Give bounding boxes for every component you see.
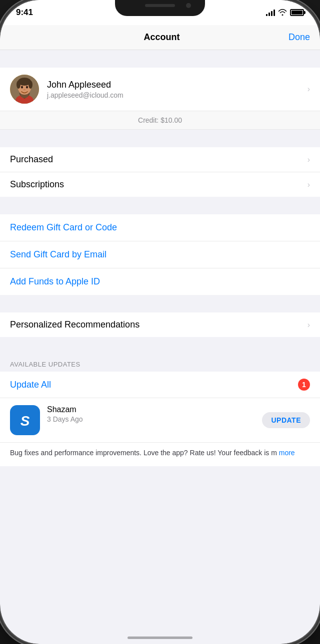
updates-section: Update All 1 S Shazam 3 Days Ago bbox=[0, 372, 320, 466]
app-update-row: S Shazam 3 Days Ago UPDATE bbox=[0, 398, 320, 443]
app-name: Shazam bbox=[47, 405, 262, 414]
avatar bbox=[10, 75, 39, 104]
send-gift-card-item[interactable]: Send Gift Card by Email bbox=[0, 241, 320, 268]
phone-screen: 9:41 bbox=[0, 0, 320, 644]
notch-speaker bbox=[145, 4, 175, 7]
nav-title: Account bbox=[35, 32, 288, 43]
app-description-row: Bug fixes and performance improvements. … bbox=[0, 443, 320, 466]
subscriptions-chevron-icon: › bbox=[308, 180, 310, 189]
done-button[interactable]: Done bbox=[288, 32, 310, 43]
user-info: John Appleseed j.appleseed@icloud.com bbox=[47, 80, 308, 99]
section-gap-1 bbox=[0, 50, 320, 68]
add-funds-label: Add Funds to Apple ID bbox=[10, 276, 100, 287]
app-info: Shazam 3 Days Ago bbox=[47, 405, 262, 423]
user-profile-row[interactable]: John Appleseed j.appleseed@icloud.com › bbox=[0, 68, 320, 111]
signal-bar-1 bbox=[266, 14, 268, 16]
user-name: John Appleseed bbox=[47, 80, 308, 90]
personalized-rec-label: Personalized Recommendations bbox=[10, 319, 308, 330]
phone-frame: 9:41 bbox=[0, 0, 320, 644]
personalized-rec-chevron-icon: › bbox=[308, 320, 310, 330]
update-button[interactable]: UPDATE bbox=[262, 412, 310, 428]
menu-section: Purchased › Subscriptions › bbox=[0, 147, 320, 197]
svg-point-9 bbox=[24, 89, 26, 91]
home-indicator bbox=[128, 636, 192, 639]
user-row-chevron-icon: › bbox=[308, 85, 310, 94]
signal-bar-4 bbox=[274, 10, 275, 16]
notch-camera bbox=[186, 3, 191, 8]
purchased-item[interactable]: Purchased › bbox=[0, 147, 320, 172]
signal-bar-2 bbox=[268, 13, 270, 16]
battery-icon bbox=[290, 9, 304, 16]
subscriptions-label: Subscriptions bbox=[10, 179, 308, 190]
update-all-row: Update All 1 bbox=[0, 372, 320, 398]
updates-badge: 1 bbox=[298, 379, 310, 391]
updates-header-label: AVAILABLE UPDATES bbox=[10, 361, 80, 368]
purchased-chevron-icon: › bbox=[308, 155, 310, 164]
blue-actions-section: Redeem Gift Card or Code Send Gift Card … bbox=[0, 214, 320, 295]
wifi-icon bbox=[278, 9, 287, 17]
svg-point-5 bbox=[16, 81, 20, 89]
subscriptions-item[interactable]: Subscriptions › bbox=[0, 172, 320, 197]
battery-fill bbox=[292, 11, 302, 15]
more-link[interactable]: more bbox=[279, 449, 295, 457]
section-gap-4 bbox=[0, 295, 320, 312]
credit-row: Credit: $10.00 bbox=[0, 111, 320, 130]
section-gap-3 bbox=[0, 197, 320, 214]
purchased-label: Purchased bbox=[10, 154, 308, 165]
scroll-content: John Appleseed j.appleseed@icloud.com › … bbox=[0, 50, 320, 466]
redeem-gift-card-item[interactable]: Redeem Gift Card or Code bbox=[0, 214, 320, 241]
status-icons bbox=[266, 9, 304, 17]
svg-text:S: S bbox=[20, 413, 30, 429]
svg-point-7 bbox=[21, 86, 23, 89]
send-gift-card-label: Send Gift Card by Email bbox=[10, 249, 106, 260]
signal-bars-icon bbox=[266, 9, 275, 16]
updates-section-header: AVAILABLE UPDATES bbox=[0, 355, 320, 372]
user-email: j.appleseed@icloud.com bbox=[47, 91, 308, 99]
personalized-rec-item[interactable]: Personalized Recommendations › bbox=[0, 312, 320, 337]
section-gap-5 bbox=[0, 337, 320, 355]
settings-section: Personalized Recommendations › bbox=[0, 312, 320, 337]
notch bbox=[115, 0, 205, 16]
app-description-text: Bug fixes and performance improvements. … bbox=[10, 449, 295, 457]
update-all-button[interactable]: Update All bbox=[10, 380, 298, 390]
svg-point-6 bbox=[28, 81, 32, 89]
credit-text: Credit: $10.00 bbox=[138, 116, 182, 124]
add-funds-item[interactable]: Add Funds to Apple ID bbox=[0, 268, 320, 295]
status-time: 9:41 bbox=[16, 8, 33, 18]
app-date: 3 Days Ago bbox=[47, 415, 262, 423]
svg-point-8 bbox=[26, 86, 28, 89]
section-gap-2 bbox=[0, 130, 320, 147]
shazam-app-icon: S bbox=[10, 405, 40, 435]
status-bar: 9:41 bbox=[0, 0, 320, 25]
navigation-bar: Account Done bbox=[0, 25, 320, 50]
redeem-gift-card-label: Redeem Gift Card or Code bbox=[10, 222, 117, 233]
user-section: John Appleseed j.appleseed@icloud.com › … bbox=[0, 68, 320, 130]
signal-bar-3 bbox=[271, 11, 272, 16]
